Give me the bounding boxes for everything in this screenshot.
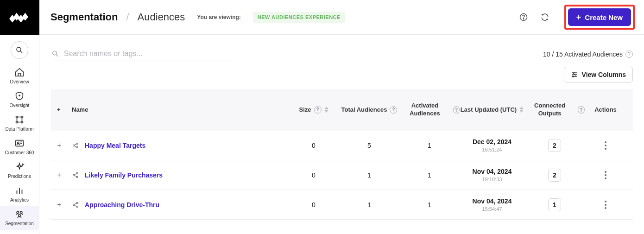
expand-row-toggle[interactable]: +	[57, 141, 72, 150]
top-header: Segmentation / Audiences You are viewing…	[39, 0, 644, 35]
expand-row-toggle[interactable]: +	[57, 201, 72, 209]
sort-icon[interactable]	[324, 107, 328, 113]
svg-point-15	[20, 211, 22, 213]
audiences-table: + Name Size ? Total Audiences ? Activate…	[51, 89, 633, 220]
column-size[interactable]: Size ?	[288, 106, 339, 114]
share-icon[interactable]	[72, 201, 79, 209]
svg-line-36	[74, 175, 76, 177]
svg-point-5	[16, 121, 18, 123]
cell-size: 0	[288, 142, 339, 149]
sidebar-item-label: Analytics	[10, 197, 29, 202]
cell-total: 5	[339, 142, 399, 149]
column-activated-audiences[interactable]: Activated Audiences ?	[399, 102, 460, 118]
app-logo[interactable]	[0, 0, 39, 35]
breadcrumb-root[interactable]: Segmentation	[51, 11, 118, 23]
highlight-annotation: + Create New	[564, 5, 635, 30]
sidebar-item-overview[interactable]: Overview	[0, 64, 39, 88]
info-icon[interactable]: ?	[625, 51, 633, 58]
table-row: + Approaching Drive-Thru 0 1 1 Nov 04, 2…	[51, 190, 633, 220]
plus-icon: +	[576, 13, 581, 21]
svg-line-20	[56, 55, 57, 56]
svg-point-0	[17, 47, 21, 51]
audience-name-link[interactable]: Approaching Drive-Thru	[85, 201, 159, 209]
viewing-label: You are viewing:	[197, 14, 240, 20]
bar-chart-icon	[14, 185, 25, 196]
svg-point-18	[523, 19, 524, 19]
expand-row-toggle[interactable]: +	[57, 171, 72, 179]
svg-point-32	[73, 174, 74, 176]
column-connected-outputs[interactable]: Connected Outputs ?	[524, 102, 585, 118]
cell-size: 0	[288, 171, 339, 179]
sidebar-item-predictions[interactable]: Predictions	[0, 159, 39, 183]
column-total-audiences[interactable]: Total Audiences ?	[339, 106, 399, 114]
column-last-updated[interactable]: Last Updated (UTC)	[460, 106, 524, 114]
search-icon	[51, 50, 59, 58]
info-icon[interactable]: ?	[314, 106, 322, 114]
connected-outputs-badge[interactable]: 2	[548, 169, 561, 182]
activated-audiences-count: 10 / 15 Activated Audiences ?	[543, 51, 633, 58]
sliders-icon	[571, 71, 578, 78]
share-icon[interactable]	[72, 142, 79, 149]
breadcrumb-separator: /	[126, 11, 129, 23]
row-actions-menu[interactable]	[602, 168, 609, 182]
main-panel: Segmentation / Audiences You are viewing…	[39, 0, 644, 234]
help-icon[interactable]	[517, 11, 530, 24]
sidebar-item-label: Segmentation	[5, 221, 34, 226]
svg-point-39	[76, 206, 78, 207]
cell-activated: 1	[399, 171, 460, 179]
audience-name-link[interactable]: Happy Meal Targets	[85, 142, 145, 149]
expand-all-toggle[interactable]: +	[57, 106, 72, 114]
svg-line-31	[74, 145, 76, 147]
svg-rect-7	[16, 140, 24, 146]
id-card-icon	[14, 138, 25, 148]
sidebar-item-label: Predictions	[8, 174, 31, 179]
svg-point-24	[573, 72, 574, 74]
svg-line-40	[74, 203, 76, 204]
share-icon[interactable]	[72, 171, 79, 179]
content-area: 10 / 15 Activated Audiences ? View Colum…	[39, 35, 644, 234]
sidebar-item-label: Customer 360	[5, 150, 34, 155]
refresh-icon[interactable]	[538, 11, 551, 24]
svg-point-4	[21, 116, 23, 118]
svg-point-25	[575, 74, 576, 76]
activated-count-text: 10 / 15 Activated Audiences	[543, 51, 623, 58]
sidebar-item-customer-360[interactable]: Customer 360	[0, 135, 39, 159]
svg-point-38	[76, 202, 78, 203]
row-actions-menu[interactable]	[602, 139, 609, 152]
row-actions-menu[interactable]	[602, 198, 609, 212]
sidebar-item-segmentation[interactable]: Segmentation	[0, 206, 39, 230]
sidebar-item-label: Oversight	[10, 103, 30, 108]
connected-outputs-badge[interactable]: 1	[548, 198, 561, 211]
svg-line-35	[74, 173, 76, 175]
sidebar-search-button[interactable]	[11, 41, 28, 59]
sidebar-item-analytics[interactable]: Analytics	[0, 183, 39, 206]
sidebar-item-data-platform[interactable]: Data Platform	[0, 112, 39, 135]
connected-outputs-badge[interactable]: 2	[548, 139, 561, 152]
sort-icon[interactable]	[519, 107, 524, 113]
create-new-button[interactable]: + Create New	[568, 8, 631, 26]
new-experience-badge: NEW AUDIENCES EXPERIENCE	[253, 12, 345, 23]
search-input-wrap[interactable]	[51, 47, 231, 61]
info-icon[interactable]: ?	[578, 106, 585, 114]
svg-point-8	[17, 142, 19, 144]
nodes-icon	[14, 114, 25, 125]
view-columns-button[interactable]: View Columns	[564, 67, 633, 82]
cell-size: 0	[288, 201, 339, 209]
sidebar-item-label: Overview	[10, 79, 29, 84]
sidebar-item-oversight[interactable]: Oversight	[0, 88, 39, 112]
info-icon[interactable]: ?	[390, 106, 397, 114]
cell-total: 1	[339, 201, 399, 209]
search-input[interactable]	[64, 50, 230, 58]
home-icon	[14, 67, 25, 77]
audience-name-link[interactable]: Likely Family Purchasers	[85, 171, 163, 179]
svg-point-37	[73, 204, 74, 205]
svg-line-1	[20, 51, 22, 53]
column-name[interactable]: Name	[72, 106, 288, 114]
sidebar: Overview Oversight Data Platform Custome…	[0, 0, 39, 234]
svg-point-2	[19, 95, 20, 96]
svg-point-29	[76, 146, 78, 148]
info-icon[interactable]: ?	[453, 106, 460, 114]
cell-total: 1	[339, 171, 399, 179]
sidebar-item-label: Data Platform	[5, 126, 33, 132]
svg-point-33	[76, 172, 78, 174]
